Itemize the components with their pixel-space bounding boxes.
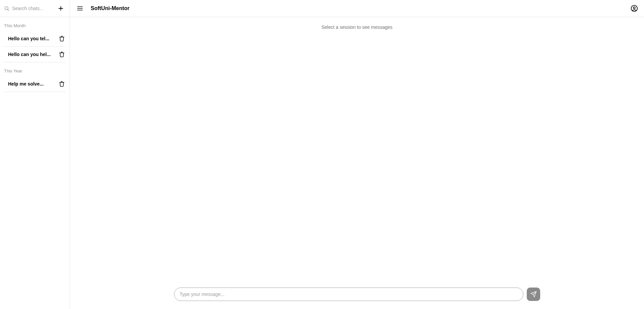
- section-label: This Month: [3, 20, 66, 31]
- sidebar-header: [0, 0, 70, 17]
- user-menu-button[interactable]: [631, 5, 638, 12]
- chat-item[interactable]: Hello can you hel...: [3, 47, 66, 62]
- sidebar-content: This Month Hello can you tel... Hello ca…: [0, 17, 70, 95]
- chat-item-title: Help me solve...: [8, 81, 44, 87]
- trash-icon: [59, 51, 65, 57]
- send-icon: [530, 291, 537, 298]
- send-button[interactable]: [527, 288, 540, 301]
- user-circle-icon: [631, 5, 638, 12]
- chat-item[interactable]: Help me solve...: [3, 76, 66, 92]
- chat-item[interactable]: Hello can you tel...: [3, 31, 66, 47]
- main-area: SoftUni-Mentor Select a session to see m…: [70, 0, 644, 309]
- plus-icon: [57, 5, 64, 12]
- delete-chat-button[interactable]: [58, 35, 66, 42]
- composer: [70, 284, 644, 309]
- delete-chat-button[interactable]: [58, 51, 66, 58]
- sidebar: This Month Hello can you tel... Hello ca…: [0, 0, 70, 309]
- search-icon: [4, 6, 9, 11]
- delete-chat-button[interactable]: [58, 80, 66, 88]
- menu-button[interactable]: [76, 4, 84, 12]
- empty-state-message: Select a session to see messages: [321, 24, 393, 30]
- svg-point-8: [633, 7, 635, 9]
- menu-icon: [77, 5, 83, 12]
- header-left: SoftUni-Mentor: [76, 4, 130, 12]
- message-input[interactable]: [174, 288, 523, 301]
- app-title: SoftUni-Mentor: [91, 5, 130, 11]
- search-input[interactable]: [12, 6, 53, 11]
- svg-line-1: [8, 9, 9, 10]
- main-body: Select a session to see messages: [70, 17, 644, 284]
- section-label: This Year: [3, 62, 66, 76]
- chat-item-title: Hello can you hel...: [8, 52, 51, 57]
- trash-icon: [59, 81, 65, 87]
- main-header: SoftUni-Mentor: [70, 0, 644, 17]
- new-chat-button[interactable]: [56, 4, 66, 13]
- trash-icon: [59, 36, 65, 42]
- chat-item-title: Hello can you tel...: [8, 36, 49, 41]
